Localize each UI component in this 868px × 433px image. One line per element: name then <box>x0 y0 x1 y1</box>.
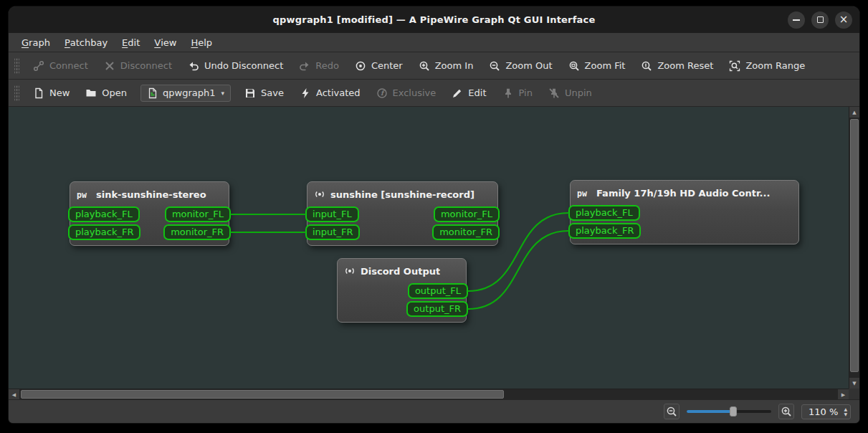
edit-button[interactable]: Edit <box>444 84 493 103</box>
toolbar-label: Disconnect <box>120 60 172 71</box>
zoom-in-button[interactable] <box>778 404 794 419</box>
spinbox-arrows[interactable]: ▲▼ <box>844 406 847 417</box>
node-sunshine-record[interactable]: sunshine [sunshine-record]input_FLinput_… <box>307 181 498 246</box>
toolbar-label: Redo <box>315 60 339 71</box>
zoom-fit-button[interactable]: Zoom Fit <box>561 57 633 75</box>
connect-button[interactable]: Connect <box>26 57 95 75</box>
window-title: qpwgraph1 [modified] — A PipeWire Graph … <box>9 14 859 25</box>
zoom-in-icon <box>419 60 430 72</box>
redo-icon <box>299 60 310 72</box>
zoom-out-button[interactable] <box>664 404 679 419</box>
port-monitor_FL[interactable]: monitor_FL <box>434 206 500 222</box>
horizontal-scroll-thumb[interactable] <box>21 390 504 399</box>
node-discord-output[interactable]: Discord Outputoutput_FLoutput_FR <box>337 258 467 323</box>
edit-icon <box>452 87 463 99</box>
vertical-scrollbar[interactable]: ▲ ▼ <box>849 107 859 389</box>
unpin-button[interactable]: Unpin <box>541 84 599 103</box>
patchbay-file-icon <box>147 87 158 99</box>
redo-button[interactable]: Redo <box>292 57 346 75</box>
port-playback_FR[interactable]: playback_FR <box>568 223 641 239</box>
zoom-slider-handle[interactable] <box>730 406 737 417</box>
scroll-left-arrow[interactable]: ◀ <box>9 389 19 400</box>
zoom-out-icon <box>489 60 500 72</box>
scrollbar-corner <box>849 389 859 399</box>
horizontal-scroll-track[interactable] <box>19 389 838 399</box>
graph-canvas[interactable]: pwsink-sunshine-stereoplayback_FLplaybac… <box>9 107 849 389</box>
activated-icon <box>300 87 311 99</box>
toolbar-label: Pin <box>519 87 533 98</box>
port-playback_FL[interactable]: playback_FL <box>68 206 140 222</box>
node-sink-sunshine-stereo[interactable]: pwsink-sunshine-stereoplayback_FLplaybac… <box>70 181 229 246</box>
svg-text:pw: pw <box>577 189 587 198</box>
menu-edit[interactable]: Edit <box>115 33 147 52</box>
node-title: sink-sunshine-stereo <box>96 189 206 200</box>
zoom-reset-button[interactable]: Zoom Reset <box>634 57 720 75</box>
zoom-slider[interactable] <box>687 406 771 417</box>
port-input_FL[interactable]: input_FL <box>305 206 359 222</box>
pin-icon <box>502 87 514 99</box>
zoom-reset-icon <box>641 60 652 72</box>
port-input_FR[interactable]: input_FR <box>305 224 360 240</box>
open-button[interactable]: Open <box>78 84 134 103</box>
port-output_FL[interactable]: output_FL <box>408 283 468 299</box>
pin-button[interactable]: Pin <box>495 84 540 103</box>
vertical-scroll-track[interactable] <box>849 118 859 378</box>
titlebar[interactable]: qpwgraph1 [modified] — A PipeWire Graph … <box>9 6 859 33</box>
zoom-in-button[interactable]: Zoom In <box>411 57 481 75</box>
svg-text:pw: pw <box>77 190 87 199</box>
center-button[interactable]: Center <box>348 57 410 75</box>
menu-patchbay[interactable]: Patchbay <box>57 33 115 52</box>
zoom-spinbox[interactable]: 110 % ▲▼ <box>801 404 851 419</box>
scroll-right-arrow[interactable]: ▶ <box>838 389 849 400</box>
disconnect-button[interactable]: Disconnect <box>97 57 179 75</box>
open-icon <box>85 87 97 99</box>
patchbay-toolbar: NewOpenqpwgraph1▾SaveActivatedfExclusive… <box>9 80 859 107</box>
node-title: sunshine [sunshine-record] <box>330 189 474 200</box>
port-monitor_FR[interactable]: monitor_FR <box>163 224 231 240</box>
window-controls: × <box>788 6 852 33</box>
undo-disconnect-button[interactable]: Undo Disconnect <box>181 57 290 75</box>
port-playback_FR[interactable]: playback_FR <box>68 224 140 240</box>
menu-help[interactable]: Help <box>183 33 219 52</box>
activated-button[interactable]: Activated <box>292 84 368 103</box>
zoom-range-button[interactable]: Zoom Range <box>722 57 812 75</box>
toolbar-label: Open <box>102 87 127 98</box>
toolbar-label: New <box>49 87 70 98</box>
spin-down-icon[interactable]: ▼ <box>844 411 847 417</box>
desktop-background: qpwgraph1 [modified] — A PipeWire Graph … <box>0 0 868 433</box>
port-playback_FL[interactable]: playback_FL <box>568 205 640 221</box>
port-output_FR[interactable]: output_FR <box>406 301 468 317</box>
port-monitor_FL[interactable]: monitor_FL <box>165 206 231 222</box>
maximize-button[interactable] <box>811 11 829 29</box>
zoom-slider-fill <box>687 410 733 413</box>
save-button[interactable]: Save <box>237 84 291 103</box>
new-button[interactable]: New <box>26 84 77 103</box>
scroll-up-arrow[interactable]: ▲ <box>849 107 859 118</box>
vertical-scroll-thumb[interactable] <box>850 119 859 372</box>
patchbay-select-combo[interactable]: qpwgraph1▾ <box>140 85 231 102</box>
scroll-down-arrow[interactable]: ▼ <box>849 378 859 389</box>
maximize-icon <box>817 16 824 23</box>
close-button[interactable]: × <box>835 11 852 29</box>
zoom-out-button[interactable]: Zoom Out <box>482 57 559 75</box>
toolbar-drag-handle[interactable] <box>14 58 19 74</box>
toolbar-label: Zoom In <box>435 60 474 71</box>
minimize-button[interactable] <box>788 11 805 29</box>
node-family-hd-audio[interactable]: pwFamily 17h/19h HD Audio Contr...playba… <box>570 180 799 244</box>
menu-graph[interactable]: Graph <box>14 33 57 52</box>
undo-icon <box>188 60 199 72</box>
port-monitor_FR[interactable]: monitor_FR <box>432 224 500 240</box>
toolbar-label: Undo Disconnect <box>204 60 283 71</box>
spin-up-icon[interactable]: ▲ <box>844 406 847 411</box>
minimize-icon <box>793 19 800 21</box>
toolbar-drag-handle[interactable] <box>14 85 19 101</box>
record-icon <box>314 189 325 200</box>
unpin-icon <box>548 87 560 99</box>
toolbar-label: Activated <box>316 87 361 98</box>
menu-view[interactable]: View <box>147 33 183 52</box>
toolbar-label: Zoom Range <box>745 60 805 71</box>
exclusive-button[interactable]: fExclusive <box>369 84 444 103</box>
save-icon <box>244 87 256 99</box>
center-icon <box>355 60 366 72</box>
horizontal-scrollbar[interactable]: ◀ ▶ <box>9 389 849 399</box>
